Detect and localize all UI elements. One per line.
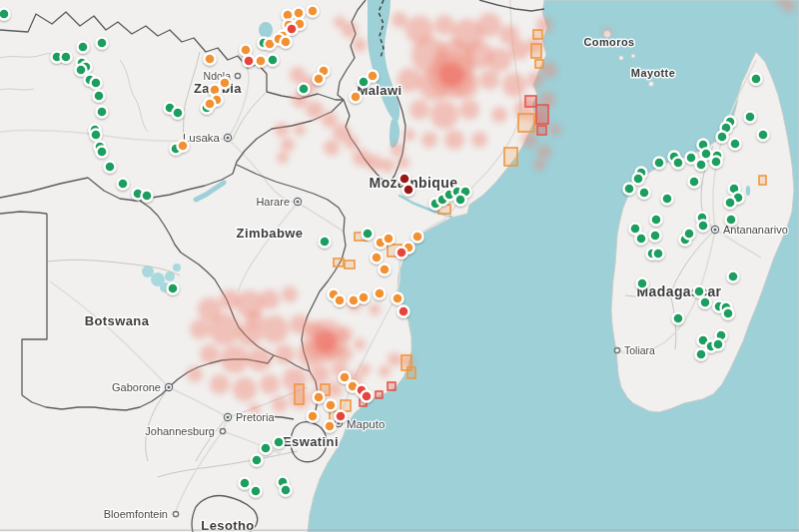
marker-dot-green[interactable] [725, 198, 736, 209]
marker-dot-green[interactable] [281, 485, 292, 496]
protected-area-square[interactable] [407, 367, 415, 378]
marker-dot-green[interactable] [91, 78, 102, 89]
marker-dot-orange[interactable] [308, 411, 319, 422]
marker-dot-orange[interactable] [359, 292, 370, 303]
marker-dot-green[interactable] [654, 158, 665, 169]
marker-dot-green[interactable] [0, 9, 10, 20]
marker-dot-green[interactable] [261, 443, 272, 454]
marker-dot-green[interactable] [662, 194, 673, 205]
marker-dot-green[interactable] [633, 174, 644, 185]
marker-dot-red[interactable] [362, 391, 373, 402]
protected-area-square[interactable] [525, 96, 536, 107]
marker-dot-orange[interactable] [205, 54, 216, 65]
marker-dot-orange[interactable] [325, 421, 336, 432]
marker-dot-orange[interactable] [314, 392, 325, 403]
marker-dot-green[interactable] [650, 231, 661, 242]
marker-dot-dark_red[interactable] [400, 174, 410, 185]
protected-area-square[interactable] [518, 114, 534, 132]
marker-dot-green[interactable] [653, 249, 664, 260]
marker-dot-orange[interactable] [368, 71, 379, 82]
protected-area-square[interactable] [504, 148, 517, 166]
marker-dot-green[interactable] [97, 107, 108, 118]
marker-dot-dark_red[interactable] [403, 185, 414, 196]
protected-area-square[interactable] [345, 261, 355, 268]
marker-dot-orange[interactable] [314, 74, 325, 85]
protected-area-square[interactable] [537, 126, 546, 135]
marker-dot-green[interactable] [701, 149, 712, 160]
marker-dot-green[interactable] [637, 278, 648, 289]
protected-area-square[interactable] [376, 391, 383, 398]
marker-dot-green[interactable] [726, 215, 737, 226]
marker-dot-green[interactable] [723, 308, 734, 319]
protected-area-square[interactable] [295, 384, 304, 404]
marker-dot-green[interactable] [173, 108, 184, 119]
marker-dot-orange[interactable] [412, 232, 423, 243]
marker-dot-green[interactable] [673, 158, 684, 169]
marker-dot-green[interactable] [751, 74, 762, 85]
marker-dot-green[interactable] [240, 478, 251, 489]
marker-dot-green[interactable] [686, 153, 697, 164]
marker-dot-green[interactable] [78, 42, 89, 53]
marker-dot-orange[interactable] [384, 234, 395, 245]
marker-dot-orange[interactable] [220, 78, 231, 89]
marker-dot-green[interactable] [694, 286, 705, 297]
marker-dot-green[interactable] [97, 38, 108, 49]
marker-dot-red[interactable] [399, 306, 409, 317]
marker-dot-green[interactable] [728, 271, 739, 282]
marker-dot-green[interactable] [696, 349, 707, 360]
marker-dot-orange[interactable] [178, 141, 189, 152]
marker-dot-orange[interactable] [308, 6, 319, 17]
protected-area-square[interactable] [759, 176, 766, 185]
marker-dot-green[interactable] [711, 157, 722, 168]
marker-dot-green[interactable] [730, 139, 741, 150]
marker-dot-orange[interactable] [375, 288, 386, 299]
marker-dot-red[interactable] [244, 56, 255, 67]
marker-dot-green[interactable] [251, 486, 262, 497]
marker-dot-green[interactable] [97, 147, 108, 158]
marker-dot-green[interactable] [320, 237, 331, 248]
marker-dot-green[interactable] [76, 65, 87, 76]
marker-dot-green[interactable] [624, 184, 635, 195]
marker-dot-green[interactable] [696, 160, 707, 171]
marker-dot-green[interactable] [91, 130, 102, 141]
protected-area-square[interactable] [531, 44, 541, 58]
marker-dot-green[interactable] [673, 313, 684, 324]
marker-dot-green[interactable] [636, 234, 647, 245]
marker-dot-green[interactable] [713, 339, 724, 350]
marker-dot-orange[interactable] [393, 293, 403, 304]
marker-dot-green[interactable] [105, 162, 116, 173]
protected-area-square[interactable] [341, 400, 351, 411]
marker-dot-green[interactable] [61, 52, 72, 63]
protected-area-square[interactable] [535, 60, 543, 68]
marker-dot-green[interactable] [274, 437, 285, 448]
marker-dot-green[interactable] [717, 132, 728, 143]
marker-dot-red[interactable] [397, 248, 407, 259]
marker-dot-green[interactable] [651, 215, 662, 226]
marker-dot-red[interactable] [287, 24, 298, 35]
marker-dot-green[interactable] [698, 221, 709, 232]
marker-dot-green[interactable] [268, 55, 279, 66]
protected-area-square[interactable] [388, 382, 396, 390]
marker-dot-green[interactable] [118, 179, 129, 190]
marker-dot-orange[interactable] [351, 92, 362, 103]
marker-dot-orange[interactable] [294, 8, 305, 19]
marker-dot-orange[interactable] [372, 253, 383, 264]
protected-area-square[interactable] [533, 30, 542, 39]
marker-dot-orange[interactable] [205, 99, 216, 110]
map-canvas[interactable]: ZambiaMalawiMozambiqueZimbabweBotswanaEs… [0, 0, 799, 532]
marker-dot-green[interactable] [299, 84, 310, 95]
marker-dot-green[interactable] [758, 130, 769, 141]
marker-dot-orange[interactable] [256, 56, 267, 67]
map-svg[interactable]: ZambiaMalawiMozambiqueZimbabweBotswanaEs… [0, 0, 799, 532]
marker-dot-orange[interactable] [335, 295, 346, 306]
marker-dot-green[interactable] [252, 455, 263, 466]
marker-dot-orange[interactable] [326, 400, 337, 411]
protected-area-square[interactable] [536, 105, 548, 124]
protected-area-square[interactable] [334, 259, 344, 266]
marker-dot-orange[interactable] [241, 45, 252, 56]
marker-dot-green[interactable] [363, 229, 374, 240]
marker-dot-red[interactable] [336, 411, 347, 422]
marker-dot-green[interactable] [689, 177, 700, 188]
marker-dot-green[interactable] [639, 188, 650, 199]
marker-dot-green[interactable] [168, 283, 179, 294]
